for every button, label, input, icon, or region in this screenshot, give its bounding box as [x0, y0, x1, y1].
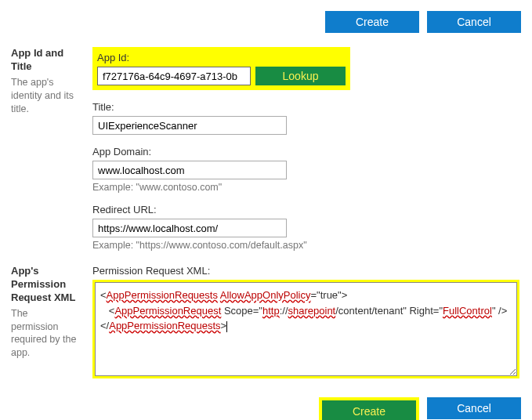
redirect-label: Redirect URL:	[92, 204, 521, 215]
xml-highlight: <AppPermissionRequests AllowAppOnlyPolic…	[92, 280, 519, 378]
create-highlight: Create	[319, 397, 419, 420]
section-title: App Id and Title	[11, 47, 77, 74]
section-desc: The app's identity and its title.	[11, 76, 77, 116]
domain-example: Example: "www.contoso.com"	[92, 182, 521, 193]
app-id-highlight: App Id: Lookup	[92, 47, 350, 90]
section-app-id-title: App Id and Title The app's identity and …	[11, 47, 521, 251]
title-input[interactable]	[92, 116, 287, 135]
redirect-input[interactable]	[92, 219, 287, 237]
cancel-button-bottom[interactable]: Cancel	[427, 397, 521, 419]
create-button-top[interactable]: Create	[325, 11, 419, 33]
redirect-example: Example: "https://www.contoso.com/defaul…	[92, 240, 521, 251]
section-desc: The permission required by the app.	[11, 307, 77, 360]
title-label: Title:	[92, 101, 521, 113]
create-button-bottom[interactable]: Create	[322, 400, 416, 420]
app-id-input[interactable]	[97, 67, 251, 85]
section-permission-xml: App's Permission Request XML The permiss…	[11, 265, 521, 378]
cancel-button-top[interactable]: Cancel	[427, 11, 521, 33]
lookup-button[interactable]: Lookup	[255, 67, 346, 85]
permission-xml-textarea[interactable]: <AppPermissionRequests AllowAppOnlyPolic…	[95, 282, 517, 376]
domain-input[interactable]	[92, 161, 287, 179]
xml-label: Permission Request XML:	[92, 265, 521, 277]
domain-label: App Domain:	[92, 146, 521, 158]
section-title: App's Permission Request XML	[11, 265, 77, 305]
app-id-label: App Id:	[97, 52, 346, 63]
